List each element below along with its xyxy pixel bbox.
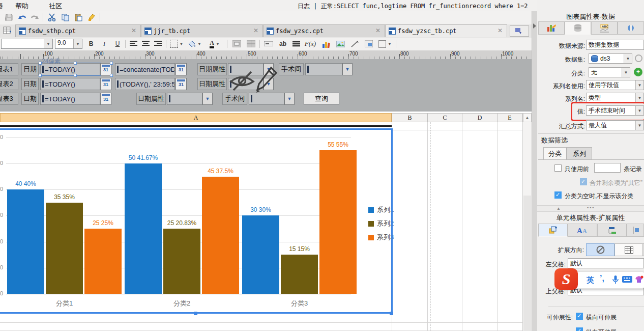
formula-icon[interactable]: F(x) — [303, 39, 317, 49]
border-style-icon[interactable]: ▼ — [169, 39, 184, 49]
insert-image-icon[interactable] — [335, 39, 346, 49]
tab-list-icon[interactable] — [510, 25, 529, 37]
selection-handle[interactable] — [194, 312, 197, 315]
ime-punct-toggle[interactable]: ’, — [600, 274, 604, 283]
document-tab[interactable]: jjr_tb.cpt✕ — [141, 24, 263, 37]
date-attr-combo[interactable] — [167, 93, 202, 105]
add-category-icon[interactable]: + — [634, 68, 642, 76]
formula-widget[interactable]: =concatenate(TODAY( — [115, 63, 175, 75]
document-tab[interactable]: fsdw_sthp.cpt✕ — [15, 24, 141, 37]
ime-mic-icon[interactable] — [612, 275, 619, 285]
use-first-checkbox[interactable] — [554, 164, 562, 172]
expand-vertical-button[interactable] — [614, 243, 643, 256]
align-right-icon[interactable] — [153, 39, 163, 49]
format-painter-icon[interactable] — [86, 12, 97, 22]
room-combo[interactable] — [249, 93, 284, 105]
expand-none-button[interactable] — [586, 243, 614, 256]
fill-color-icon[interactable]: ▼ — [187, 39, 202, 49]
calendar-icon[interactable] — [175, 63, 187, 75]
chevron-down-icon[interactable]: ▼ — [635, 93, 643, 102]
chevron-down-icon[interactable]: ▼ — [635, 80, 643, 90]
report-button-1[interactable]: 报表1 — [0, 63, 18, 75]
report-block-icon[interactable] — [363, 39, 374, 49]
font-size-select[interactable]: 9.0 ▼ — [55, 39, 82, 49]
tab-chart-type[interactable] — [538, 21, 565, 35]
textfield-widget-icon[interactable] — [262, 39, 275, 49]
document-tab[interactable]: fsdw_yzsc.cpt✕ — [263, 24, 385, 37]
scrollbar-thumb[interactable] — [523, 196, 531, 331]
field-combo[interactable]: 最大值▼ — [586, 120, 644, 130]
column-header-D[interactable]: D — [462, 113, 497, 122]
merge-cells-icon[interactable] — [231, 39, 242, 49]
cut-icon[interactable] — [47, 12, 57, 22]
rich-text-icon[interactable] — [291, 39, 301, 49]
ime-keyboard-icon[interactable] — [622, 276, 632, 283]
align-left-icon[interactable] — [128, 39, 138, 49]
field-combo[interactable]: 使用字段值▼ — [586, 80, 644, 90]
filter-tab-series[interactable]: 系列 — [567, 147, 592, 160]
tab-chart-data[interactable] — [565, 21, 591, 35]
column-header-C[interactable]: C — [427, 113, 462, 122]
calendar-icon[interactable] — [100, 93, 111, 105]
new-report-icon[interactable] — [3, 26, 13, 36]
report-button-2[interactable]: 报表2 — [0, 78, 18, 90]
italic-button[interactable]: I — [100, 39, 109, 49]
save-icon[interactable] — [4, 12, 14, 22]
field-combo[interactable]: 类型▼ — [586, 93, 644, 103]
field-combo[interactable]: ds3▼ — [589, 53, 632, 64]
collapse-arrow-icon[interactable] — [533, 23, 536, 29]
chevron-down-icon[interactable]: ▼ — [622, 68, 630, 77]
date-widget[interactable]: =TODAY() — [40, 93, 100, 105]
column-header-E[interactable]: E — [497, 113, 522, 122]
tab-cell-other[interactable] — [627, 224, 644, 237]
insert-chart-icon[interactable] — [320, 39, 332, 49]
tab-close-icon[interactable]: ✕ — [253, 27, 258, 34]
unmerge-cells-icon[interactable] — [245, 39, 256, 49]
chevron-down-icon[interactable]: ▼ — [342, 63, 353, 75]
tab-cell-expand[interactable] — [538, 224, 568, 237]
ab-text-icon[interactable]: ab — [278, 39, 288, 49]
copy-icon[interactable] — [60, 12, 70, 22]
left-parent-combo[interactable]: 默认 — [568, 258, 644, 268]
font-color-icon[interactable]: A▼ — [207, 39, 223, 49]
ime-lang-toggle[interactable]: 英 — [587, 275, 594, 285]
column-header-A[interactable]: A — [0, 113, 392, 122]
paste-icon[interactable] — [73, 12, 83, 22]
tab-chart-special[interactable] — [618, 21, 644, 35]
field-combo[interactable]: 无▼ — [589, 67, 630, 77]
h-expand-checkbox[interactable] — [576, 313, 583, 320]
tab-cell-layout[interactable] — [597, 224, 627, 237]
query-button[interactable]: 查询 — [304, 93, 339, 105]
formula-widget[interactable]: (TODAY(),' 23:59:59') — [115, 78, 175, 90]
chevron-down-icon[interactable]: ▼ — [202, 93, 213, 105]
menu-item-partial[interactable]: 器 — [0, 2, 3, 11]
draw-line-icon[interactable] — [349, 39, 360, 49]
menu-item-help[interactable]: 帮助 — [15, 2, 28, 11]
splitter-arrow-icon[interactable]: ▲ — [557, 206, 561, 211]
bold-button[interactable]: B — [86, 39, 96, 49]
align-center-icon[interactable] — [140, 39, 151, 49]
tab-close-icon[interactable]: ✕ — [497, 27, 503, 34]
undo-icon[interactable] — [17, 12, 27, 22]
chevron-down-icon[interactable]: ▼ — [635, 121, 643, 130]
column-header-B[interactable]: B — [392, 113, 428, 122]
scroll-up-icon[interactable]: ▲ — [523, 113, 532, 122]
tab-cell-font[interactable]: AA — [568, 224, 597, 237]
field-combo[interactable]: 数据集数据 — [586, 40, 644, 50]
chevron-down-icon[interactable]: ▼ — [284, 93, 295, 105]
report-button-3[interactable]: 报表3 — [0, 93, 18, 105]
selection-handle[interactable] — [390, 312, 393, 315]
menu-item-community[interactable]: 社区 — [49, 2, 62, 11]
shape-rect-icon[interactable]: ▼ — [377, 39, 393, 49]
document-tab[interactable]: fsdw_yzsc_tb.cpt✕ — [385, 24, 507, 37]
sogou-logo[interactable]: S — [554, 268, 578, 290]
date-widget[interactable]: =TODAY() — [40, 78, 100, 90]
calendar-icon[interactable] — [175, 78, 187, 90]
redo-icon[interactable] — [30, 12, 40, 22]
refresh-icon[interactable] — [635, 54, 642, 62]
filter-tab-category[interactable]: 分类 — [543, 147, 567, 160]
calendar-icon[interactable] — [100, 78, 111, 90]
font-family-select[interactable]: ▼ — [1, 39, 53, 49]
underline-button[interactable]: U — [113, 39, 122, 49]
panel-splitter[interactable]: ▲ ••• — [537, 205, 644, 212]
